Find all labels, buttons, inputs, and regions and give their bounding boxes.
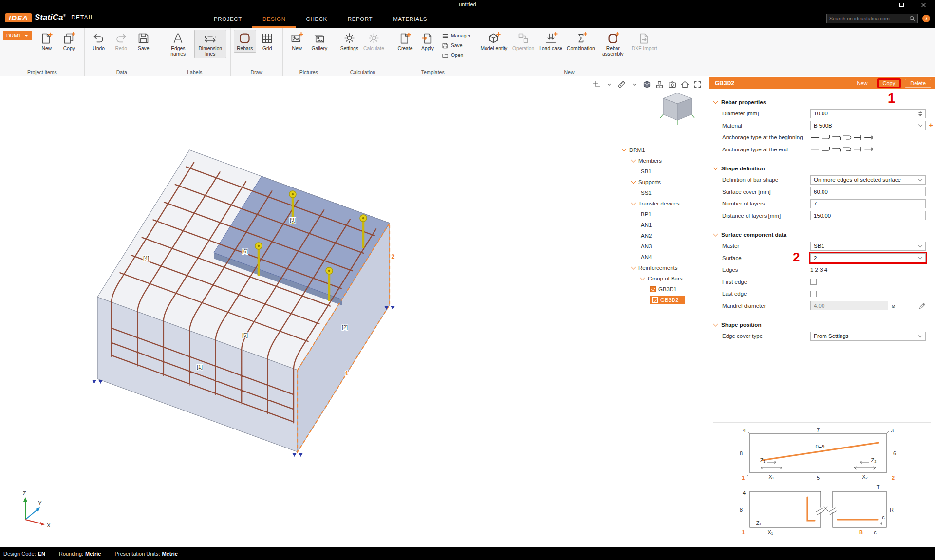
ribbon-button-new-rebar-assembly[interactable]: Rebar assembly xyxy=(597,30,629,58)
input-diameter-mm[interactable]: 10.00 xyxy=(810,109,926,118)
tree-item-reinforcements[interactable]: Reinforcements xyxy=(619,262,708,273)
minimize-button[interactable] xyxy=(868,0,890,10)
section-header-surface-component-data[interactable]: Surface component data xyxy=(709,229,935,240)
anchorage-type-4-icon[interactable] xyxy=(842,146,852,153)
ribbon-button-labels-edges-names[interactable]: Edges names xyxy=(162,30,194,58)
ribbon-button-labels-dimension-lines[interactable]: Dimension lines xyxy=(194,30,226,58)
tree-item-an1[interactable]: AN1 xyxy=(619,220,708,230)
tree-item-an2[interactable]: AN2 xyxy=(619,230,708,241)
input-number-of-layers[interactable]: 7 xyxy=(810,199,926,208)
add-material-button[interactable]: + xyxy=(928,122,934,129)
ribbon-button-new-load-case[interactable]: Load case xyxy=(537,30,565,53)
anchorage-type-2-icon[interactable] xyxy=(821,146,831,153)
ribbon-button-new-dxf-import[interactable]: DXF Import xyxy=(629,30,660,53)
select-master[interactable]: SB1 xyxy=(810,242,926,251)
3d-viewport[interactable]: [4][6][9][5][1][2]12 Z Y X DRM1MembersSB… xyxy=(0,76,709,547)
tree-item-gb3d1[interactable]: GB3D1 xyxy=(619,284,708,295)
chevron-down-icon[interactable] xyxy=(631,179,636,184)
model-canvas[interactable]: [4][6][9][5][1][2]12 xyxy=(0,76,709,547)
edit-pencil-icon[interactable] xyxy=(919,302,926,309)
tree-item-group-of-bars[interactable]: Group of Bars xyxy=(619,273,708,284)
section-header-shape-position[interactable]: Shape position xyxy=(709,319,935,330)
chevron-down-icon[interactable] xyxy=(631,158,636,163)
tab-design[interactable]: DESIGN xyxy=(252,10,296,28)
tree-item-bp1[interactable]: BP1 xyxy=(619,209,708,220)
ribbon-button-new-operation[interactable]: Operation xyxy=(510,30,537,53)
navigation-cube[interactable] xyxy=(658,89,696,130)
anchorage-type-5-icon[interactable] xyxy=(853,146,863,153)
search-input[interactable] xyxy=(829,16,909,21)
tree-item-drm1[interactable]: DRM1 xyxy=(619,145,708,155)
ribbon-button-new-model-entity[interactable]: Model entity xyxy=(478,30,510,53)
chevron-down-icon[interactable] xyxy=(622,147,627,152)
select-material[interactable]: B 500B xyxy=(810,121,926,130)
parts-view-icon[interactable] xyxy=(654,79,665,90)
tab-report[interactable]: REPORT xyxy=(337,10,383,28)
tab-materials[interactable]: MATERIALS xyxy=(383,10,437,28)
info-icon[interactable]: i xyxy=(922,15,930,22)
chevron-down-icon[interactable] xyxy=(631,265,636,270)
ribbon-button-new-combination[interactable]: Combination xyxy=(565,30,597,53)
anchorage-type-4-icon[interactable] xyxy=(842,134,852,141)
tree-checkbox-gb3d2[interactable] xyxy=(652,297,658,303)
tab-check[interactable]: CHECK xyxy=(296,10,337,28)
ribbon-button-project-items-copy[interactable]: Copy xyxy=(58,30,80,53)
input-distance-of-layers-mm[interactable]: 150.00 xyxy=(810,211,926,220)
ribbon-button-calculation-calculate[interactable]: Calculate xyxy=(361,30,387,53)
anchorage-type-6-icon[interactable] xyxy=(864,146,874,153)
chevron-down-icon[interactable] xyxy=(631,201,636,205)
ribbon-button-project-items-new[interactable]: New xyxy=(36,30,58,53)
tree-item-gb3d2[interactable]: GB3D2 xyxy=(619,295,708,305)
home-view-icon[interactable] xyxy=(680,79,690,90)
tree-selection[interactable]: GB3D2 xyxy=(650,296,685,304)
select-edge-cover-type[interactable]: From Settings xyxy=(810,332,926,341)
ribbon-button-draw-grid[interactable]: Grid xyxy=(256,30,279,53)
section-header-shape-definition[interactable]: Shape definition xyxy=(709,163,935,174)
checkbox-last-edge[interactable] xyxy=(810,291,817,297)
ribbon-button-templates-save[interactable]: Save xyxy=(442,41,471,50)
measure-tool-icon[interactable] xyxy=(617,79,627,90)
tree-item-sb1[interactable]: SB1 xyxy=(619,166,708,177)
ribbon-button-templates-manager[interactable]: Manager xyxy=(442,32,471,40)
checkbox-first-edge[interactable] xyxy=(810,279,817,285)
ribbon-button-templates-create[interactable]: Create xyxy=(394,30,416,53)
chevron-down-icon[interactable] xyxy=(604,79,614,90)
chevron-down-icon[interactable] xyxy=(629,79,639,90)
ribbon-button-data-redo[interactable]: Redo xyxy=(110,30,132,53)
view-cube-icon[interactable] xyxy=(642,79,652,90)
section-tool-icon[interactable] xyxy=(591,79,601,90)
ribbon-button-draw-rebars[interactable]: Rebars xyxy=(234,30,256,53)
panel-copy-button[interactable]: Copy xyxy=(877,78,901,88)
ribbon-button-pictures-new[interactable]: New xyxy=(286,30,308,53)
ribbon-button-templates-apply[interactable]: Apply xyxy=(416,30,439,53)
ribbon-button-data-undo[interactable]: Undo xyxy=(88,30,110,53)
fit-view-icon[interactable] xyxy=(692,79,703,90)
tree-item-transfer-devices[interactable]: Transfer devices xyxy=(619,198,708,209)
maximize-button[interactable] xyxy=(890,0,913,10)
anchorage-type-1-icon[interactable] xyxy=(810,146,820,153)
anchorage-type-3-icon[interactable] xyxy=(832,134,842,141)
tree-item-supports[interactable]: Supports xyxy=(619,177,708,187)
anchorage-type-1-icon[interactable] xyxy=(810,134,820,141)
input-surface-cover-mm[interactable]: 60.00 xyxy=(810,187,926,196)
tree-item-ss1[interactable]: SS1 xyxy=(619,187,708,198)
ribbon-button-pictures-gallery[interactable]: Gallery xyxy=(308,30,331,53)
chevron-down-icon[interactable] xyxy=(640,276,645,280)
spinner-arrows-icon[interactable] xyxy=(918,111,922,116)
ribbon-button-calculation-settings[interactable]: Settings xyxy=(338,30,361,53)
ribbon-button-data-save[interactable]: Save xyxy=(132,30,155,53)
select-surface[interactable]: 2 xyxy=(810,253,926,262)
select-definition-of-bar-shape[interactable]: On more edges of selected surface xyxy=(810,175,926,185)
anchorage-type-6-icon[interactable] xyxy=(864,134,874,141)
anchorage-type-5-icon[interactable] xyxy=(853,134,863,141)
search-icon[interactable] xyxy=(909,16,915,21)
section-header-rebar-properties[interactable]: Rebar properties xyxy=(709,97,935,108)
tab-project[interactable]: PROJECT xyxy=(204,10,252,28)
project-item-selector[interactable]: DRM1 xyxy=(3,31,32,40)
tree-item-an4[interactable]: AN4 xyxy=(619,252,708,262)
search-box[interactable] xyxy=(826,14,918,23)
anchorage-type-3-icon[interactable] xyxy=(832,146,842,153)
camera-view-icon[interactable] xyxy=(667,79,677,90)
close-button[interactable] xyxy=(913,0,935,10)
tree-checkbox-gb3d1[interactable] xyxy=(650,286,656,292)
